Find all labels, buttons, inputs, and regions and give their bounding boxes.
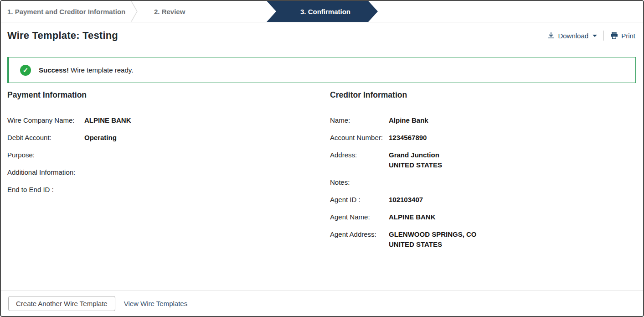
- creditor-information-panel: Creditor Information Name: Alpine Bank A…: [322, 83, 643, 291]
- field-value: Alpine Bank: [389, 115, 428, 125]
- payment-information-panel: Payment Information Wire Company Name: A…: [1, 83, 322, 291]
- field-end-to-end-id: End to End ID :: [7, 185, 322, 195]
- print-label: Print: [621, 32, 635, 40]
- field-value-line1: Grand Junction: [389, 150, 442, 160]
- step-label: 2. Review: [154, 8, 185, 16]
- header-actions: Download Print: [547, 31, 635, 41]
- field-additional-information: Additional Information:: [7, 167, 322, 177]
- field-value: ALPINE BANK: [84, 115, 131, 125]
- column-divider: [322, 91, 322, 276]
- step-label: 3. Confirmation: [300, 8, 350, 16]
- success-alert: ✓ Success! Wire template ready.: [7, 57, 636, 83]
- alert-message: Wire template ready.: [71, 66, 133, 74]
- alert-title: Success!: [39, 66, 69, 74]
- field-value: 1234567890: [389, 133, 427, 143]
- step-review[interactable]: 2. Review: [139, 1, 212, 22]
- field-notes: Notes:: [330, 177, 643, 187]
- field-agent-name: Agent Name: ALPINE BANK: [330, 212, 643, 222]
- field-agent-id: Agent ID : 102103407: [330, 195, 643, 205]
- page-title: Wire Template: Testing: [7, 30, 118, 42]
- alert-text: Success! Wire template ready.: [39, 66, 133, 74]
- view-wire-templates-link[interactable]: View Wire Templates: [124, 300, 188, 307]
- field-agent-address: Agent Address: GLENWOOD SPRINGS, CO UNIT…: [330, 229, 643, 249]
- success-check-icon: ✓: [20, 65, 31, 76]
- field-value-line2: UNITED STATES: [389, 239, 477, 249]
- step-label: 1. Payment and Creditor Information: [7, 8, 125, 16]
- download-label: Download: [558, 32, 588, 40]
- field-value-line1: GLENWOOD SPRINGS, CO: [389, 229, 477, 239]
- field-value: Operating: [84, 133, 117, 143]
- step-payment-and-creditor-information[interactable]: 1. Payment and Creditor Information: [1, 1, 130, 22]
- field-debit-account: Debit Account: Operating: [7, 133, 322, 143]
- field-value: 102103407: [389, 195, 423, 205]
- field-account-number: Account Number: 1234567890: [330, 133, 643, 143]
- caret-down-icon: [592, 35, 597, 37]
- field-value-line2: UNITED STATES: [389, 160, 442, 170]
- field-value: ALPINE BANK: [389, 212, 436, 222]
- footer-actions-bar: Create Another Wire Template View Wire T…: [1, 291, 643, 316]
- create-another-wire-template-button[interactable]: Create Another Wire Template: [8, 296, 115, 311]
- payment-information-heading: Payment Information: [7, 90, 322, 100]
- wizard-steps-bar: 1. Payment and Creditor Information 2. R…: [1, 1, 643, 22]
- download-button[interactable]: Download: [547, 32, 597, 40]
- step-confirmation-active: 3. Confirmation: [267, 1, 378, 22]
- details-section: Payment Information Wire Company Name: A…: [1, 83, 643, 291]
- wire-template-confirmation-page: 1. Payment and Creditor Information 2. R…: [0, 0, 644, 317]
- field-creditor-address: Address: Grand Junction UNITED STATES: [330, 150, 643, 170]
- download-icon: [547, 32, 555, 39]
- field-creditor-name: Name: Alpine Bank: [330, 115, 643, 125]
- creditor-information-heading: Creditor Information: [330, 90, 643, 100]
- field-wire-company-name: Wire Company Name: ALPINE BANK: [7, 115, 322, 125]
- page-header: Wire Template: Testing Download Print: [1, 22, 643, 49]
- actions-divider: [603, 31, 604, 41]
- print-button[interactable]: Print: [610, 32, 635, 40]
- print-icon: [610, 32, 618, 39]
- step-separator-chevron-icon: [130, 1, 139, 22]
- field-purpose: Purpose:: [7, 150, 322, 160]
